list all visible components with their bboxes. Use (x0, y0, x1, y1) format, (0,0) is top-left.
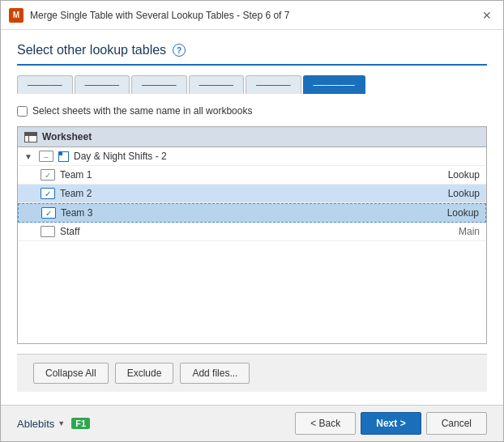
footer-left: Ablebits ▼ F1 (17, 418, 90, 430)
team3-checkbox[interactable]: ✓ (41, 207, 56, 219)
row-team2[interactable]: ✓ Team 2 Lookup (18, 185, 486, 203)
staff-checkbox[interactable] (41, 226, 55, 237)
group-row-day-night[interactable]: ▼ – Day & Night Shifts - 2 (18, 147, 486, 166)
bottom-button-bar: Collapse All Exclude Add files... (17, 354, 487, 392)
collapse-all-button[interactable]: Collapse All (33, 363, 109, 384)
section-title: Select other lookup tables (17, 43, 166, 57)
staff-name: Staff (60, 226, 79, 237)
tab-4[interactable]: ───── (189, 75, 245, 94)
footer-bar: Ablebits ▼ F1 < Back Next > Cancel (1, 405, 503, 441)
team2-name: Team 2 (60, 188, 92, 199)
dropdown-icon: ▼ (58, 419, 65, 427)
row-team1-label: ✓ Team 1 (41, 169, 415, 181)
col-worksheet-header: Worksheet (24, 131, 415, 142)
team1-checkbox[interactable]: ✓ (41, 169, 55, 181)
group-label: Day & Night Shifts - 2 (74, 151, 167, 162)
help-icon[interactable]: ? (173, 44, 186, 57)
staff-type: Main (415, 226, 480, 237)
expand-icon[interactable]: ▼ (24, 152, 34, 161)
row-team2-label: ✓ Team 2 (41, 188, 415, 199)
back-button[interactable]: < Back (295, 412, 356, 435)
team3-name: Team 3 (61, 207, 92, 219)
next-button[interactable]: Next > (361, 412, 421, 435)
add-files-button[interactable]: Add files... (180, 363, 250, 384)
group-row-label: ▼ – Day & Night Shifts - 2 (24, 151, 415, 162)
table-header-icon (24, 132, 37, 142)
worksheet-tree: Worksheet ▼ – Day & Night Shifts - 2 (17, 126, 487, 344)
section-header: Select other lookup tables ? (17, 43, 487, 66)
f1-badge[interactable]: F1 (71, 418, 90, 429)
tab-1[interactable]: ───── (17, 75, 73, 94)
team1-type: Lookup (415, 169, 480, 181)
row-team1[interactable]: ✓ Team 1 Lookup (18, 166, 486, 185)
tab-2[interactable]: ───── (75, 75, 130, 94)
row-staff-label: Staff (41, 226, 415, 237)
content-area: Select other lookup tables ? ───── ─────… (1, 30, 503, 405)
same-name-checkbox-row: Select sheets with the same name in all … (17, 105, 487, 117)
row-staff[interactable]: Staff Main (18, 223, 486, 241)
table-header: Worksheet (18, 127, 486, 147)
footer-right: < Back Next > Cancel (295, 412, 487, 435)
team2-checkbox[interactable]: ✓ (41, 188, 55, 199)
ablebits-label: Ablebits (17, 418, 54, 430)
row-team3-label: ✓ Team 3 (41, 207, 414, 219)
ablebits-logo[interactable]: Ablebits ▼ (17, 418, 65, 430)
workbook-icon (58, 151, 69, 162)
close-button[interactable]: ✕ (479, 7, 495, 23)
team3-type: Lookup (414, 207, 479, 219)
group-checkbox[interactable]: – (39, 151, 53, 162)
app-icon: M (9, 8, 23, 23)
title-bar: M Merge Single Table with Several Lookup… (1, 1, 503, 30)
tab-5[interactable]: ───── (246, 75, 301, 94)
same-name-label: Select sheets with the same name in all … (32, 105, 252, 117)
same-name-checkbox[interactable] (17, 106, 28, 117)
team1-name: Team 1 (60, 169, 92, 181)
tab-3[interactable]: ───── (131, 75, 187, 94)
tab-6[interactable]: ────── (303, 75, 365, 94)
tabs-row: ───── ───── ───── ───── ───── ────── (17, 75, 487, 94)
table-area: Worksheet ▼ – Day & Night Shifts - 2 (17, 126, 487, 344)
exclude-button[interactable]: Exclude (115, 363, 174, 384)
title-bar-left: M Merge Single Table with Several Lookup… (9, 8, 289, 23)
col-type-header (415, 131, 480, 142)
team2-type: Lookup (415, 188, 480, 199)
row-team3[interactable]: ✓ Team 3 Lookup (18, 203, 486, 223)
cancel-button[interactable]: Cancel (426, 412, 487, 435)
dialog: M Merge Single Table with Several Lookup… (0, 0, 504, 442)
dialog-title: Merge Single Table with Several Lookup T… (30, 10, 289, 21)
